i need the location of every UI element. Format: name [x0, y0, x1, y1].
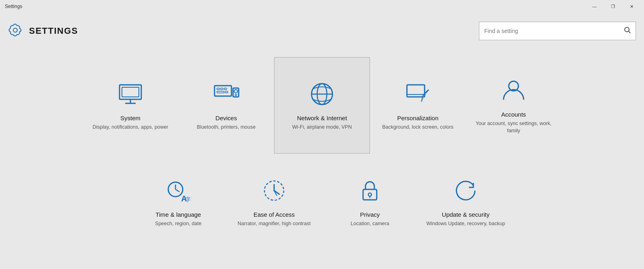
time-icon: A 字 — [164, 177, 192, 205]
system-icon — [116, 80, 144, 108]
svg-point-11 — [234, 90, 237, 93]
settings-item-devices[interactable]: Devices Bluetooth, printers, mouse — [178, 57, 274, 154]
svg-rect-7 — [224, 88, 227, 90]
update-desc: Windows Update, recovery, backup — [426, 220, 505, 228]
ease-title: Ease of Access — [254, 211, 295, 218]
devices-title: Devices — [215, 115, 237, 121]
settings-row-1: System Display, notifications, apps, pow… — [83, 57, 561, 154]
svg-rect-4 — [215, 86, 231, 96]
title-bar: Settings — ❐ ✕ — [0, 0, 644, 13]
svg-rect-5 — [217, 88, 219, 90]
accounts-desc: Your account, sync settings, work, famil… — [474, 120, 553, 134]
svg-point-29 — [368, 193, 372, 196]
settings-item-system[interactable]: System Display, notifications, apps, pow… — [83, 57, 178, 154]
header: SETTINGS — [0, 13, 644, 49]
time-desc: Speech, region, date — [155, 220, 201, 228]
settings-item-ease[interactable]: Ease of Access Narrator, magnifier, high… — [226, 154, 322, 250]
svg-line-19 — [421, 95, 423, 102]
minimize-button[interactable]: — — [585, 0, 604, 13]
ease-desc: Narrator, magnifier, high contrast — [237, 220, 310, 228]
svg-rect-28 — [363, 189, 377, 200]
personalization-desc: Background, lock screen, colors — [382, 124, 453, 131]
title-bar-left: Settings — [5, 4, 22, 9]
search-box[interactable] — [479, 22, 636, 40]
title-bar-controls: — ❐ ✕ — [585, 0, 641, 13]
svg-text:字: 字 — [185, 196, 191, 203]
settings-item-network[interactable]: Network & Internet Wi-Fi, airplane mode,… — [274, 57, 370, 154]
personalization-icon — [404, 80, 432, 108]
svg-rect-16 — [407, 85, 425, 97]
accounts-title: Accounts — [501, 111, 526, 118]
search-icon[interactable] — [624, 27, 631, 35]
system-title: System — [120, 115, 140, 121]
devices-desc: Bluetooth, printers, mouse — [197, 124, 256, 131]
settings-main: System Display, notifications, apps, pow… — [0, 49, 644, 258]
update-title: Update & security — [442, 211, 489, 218]
gear-icon — [8, 23, 23, 39]
system-desc: Display, notifications, apps, power — [93, 124, 168, 131]
search-input[interactable] — [484, 28, 624, 34]
devices-icon — [212, 80, 240, 108]
network-desc: Wi-Fi, airplane mode, VPN — [292, 124, 352, 131]
network-icon — [308, 80, 336, 108]
privacy-title: Privacy — [360, 211, 380, 218]
privacy-icon — [356, 177, 384, 205]
svg-rect-9 — [225, 91, 228, 93]
personalization-title: Personalization — [397, 115, 439, 121]
title-bar-title: Settings — [5, 4, 22, 9]
svg-line-24 — [175, 189, 180, 192]
network-title: Network & Internet — [297, 115, 347, 121]
settings-item-privacy[interactable]: Privacy Location, camera — [322, 154, 418, 250]
svg-rect-6 — [221, 88, 223, 90]
settings-item-time[interactable]: A 字 Time & language Speech, region, date — [130, 154, 226, 250]
privacy-desc: Location, camera — [351, 220, 389, 228]
time-title: Time & language — [156, 211, 201, 218]
header-left: SETTINGS — [8, 23, 78, 39]
maximize-button[interactable]: ❐ — [604, 0, 622, 13]
ease-icon — [260, 177, 288, 205]
accounts-icon — [500, 76, 528, 105]
close-button[interactable]: ✕ — [622, 0, 641, 13]
settings-item-personalization[interactable]: Personalization Background, lock screen,… — [370, 57, 466, 154]
page-title: SETTINGS — [29, 26, 78, 36]
svg-rect-8 — [217, 91, 224, 93]
settings-item-accounts[interactable]: Accounts Your account, sync settings, wo… — [466, 57, 561, 154]
svg-point-12 — [235, 94, 237, 96]
svg-rect-3 — [122, 87, 139, 97]
update-icon — [452, 177, 480, 205]
settings-row-2: A 字 Time & language Speech, region, date… — [130, 154, 514, 250]
settings-item-update[interactable]: Update & security Windows Update, recove… — [418, 154, 514, 250]
